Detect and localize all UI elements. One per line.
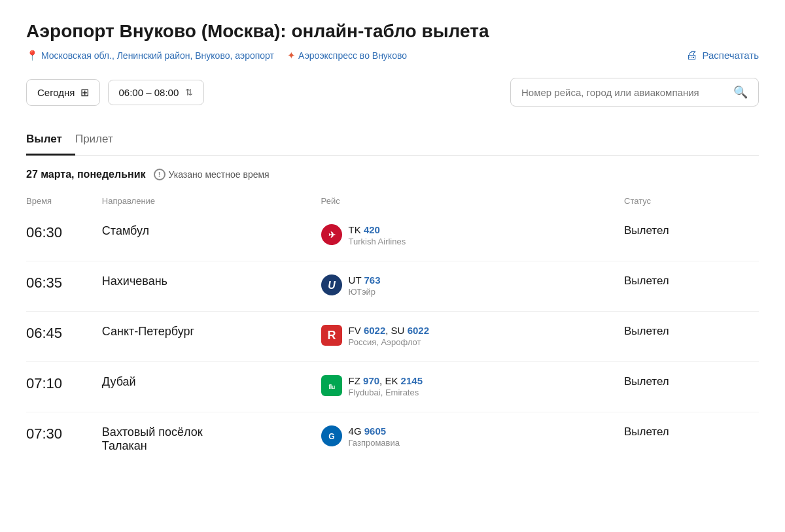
search-icon: 🔍	[733, 85, 748, 99]
location-text: Московская обл., Ленинский район, Внуков…	[41, 50, 274, 61]
svg-text:R: R	[327, 329, 336, 342]
col-header-destination: Направление	[102, 191, 321, 211]
col-header-status: Статус	[624, 191, 759, 211]
flight-info: G4G 9605Газпромавиа	[321, 412, 624, 467]
print-label: Распечатать	[702, 50, 759, 61]
pin-icon: 📍	[26, 50, 39, 61]
svg-text:flu: flu	[328, 384, 335, 390]
date-label: Сегодня	[37, 87, 75, 98]
date-button[interactable]: Сегодня ⊞	[26, 79, 100, 106]
flight-status: Вылетел	[624, 211, 759, 261]
page-title: Аэропорт Внуково (Москва): онлайн-табло …	[26, 21, 759, 42]
flight-info: RFV 6022, SU 6022Россия, Аэрофлот	[321, 312, 624, 362]
flight-destination: Дубай	[102, 362, 321, 412]
primary-flight-number: TK 420	[349, 224, 406, 235]
flight-link[interactable]: 970	[363, 375, 379, 386]
controls-row: Сегодня ⊞ 06:00 – 08:00 ⇅ 🔍	[26, 78, 759, 107]
airline-logo: ✈	[321, 224, 342, 248]
info-icon: !	[154, 169, 166, 180]
primary-flight-number: FZ 970, EK 2145	[349, 375, 423, 386]
flight-info: ✈TK 420Turkish Airlines	[321, 211, 624, 261]
flight-time: 06:45	[26, 312, 102, 362]
flight-link[interactable]: 763	[364, 274, 380, 286]
table-row: 06:30Стамбул✈TK 420Turkish AirlinesВылет…	[26, 211, 759, 261]
airline-name: Газпромавиа	[349, 438, 400, 448]
primary-flight-number: UT 763	[349, 274, 381, 286]
tab-arrival[interactable]: Прилет	[75, 125, 126, 156]
airline-name: ЮТэйр	[349, 287, 381, 297]
airline-name: Россия, Аэрофлот	[349, 337, 429, 347]
flight-destination: Нахичевань	[102, 261, 321, 312]
flight-link[interactable]: 420	[364, 224, 380, 235]
flight-destination: Вахтовый посёлокТалакан	[102, 412, 321, 467]
date-header: 27 марта, понедельник ! Указано местное …	[26, 169, 759, 180]
primary-flight-number: FV 6022, SU 6022	[349, 325, 429, 336]
flight-numbers: UT 763ЮТэйр	[349, 274, 381, 297]
codeshare-link[interactable]: 6022	[408, 325, 429, 336]
calendar-icon: ⊞	[80, 86, 89, 99]
flight-info: UUT 763ЮТэйр	[321, 261, 624, 312]
airline-name: Flydubai, Emirates	[349, 388, 423, 397]
flight-time: 06:35	[26, 261, 102, 312]
printer-icon: 🖨	[686, 48, 698, 62]
time-note-text: Указано местное время	[169, 169, 270, 180]
flight-link[interactable]: 6022	[364, 325, 385, 336]
table-row: 07:10ДубайfluFZ 970, EK 2145Flydubai, Em…	[26, 362, 759, 412]
col-header-time: Время	[26, 191, 102, 211]
flight-time: 07:30	[26, 412, 102, 467]
svg-text:U: U	[328, 280, 336, 291]
meta-row: 📍 Московская обл., Ленинский район, Внук…	[26, 48, 759, 62]
time-range-label: 06:00 – 08:00	[119, 87, 179, 98]
flight-numbers: TK 420Turkish Airlines	[349, 224, 406, 246]
flight-numbers: FZ 970, EK 2145Flydubai, Emirates	[349, 375, 423, 397]
flight-time: 07:10	[26, 362, 102, 412]
airline-name: Turkish Airlines	[349, 237, 406, 246]
flight-time: 06:30	[26, 211, 102, 261]
airline-logo: R	[321, 325, 342, 348]
time-note: ! Указано местное время	[154, 169, 270, 180]
tab-departure[interactable]: Вылет	[26, 125, 75, 156]
search-input[interactable]	[521, 87, 733, 98]
flight-destination: Санкт-Петербург	[102, 312, 321, 362]
aeroexpress-link[interactable]: ✦ Аэроэкспресс во Внуково	[287, 50, 407, 61]
airline-logo: flu	[321, 375, 342, 399]
chevron-icon: ⇅	[185, 87, 193, 97]
airline-logo: G	[321, 425, 342, 449]
time-range-selector[interactable]: 06:00 – 08:00 ⇅	[108, 80, 205, 105]
star-icon: ✦	[287, 50, 296, 61]
primary-flight-number: 4G 9605	[349, 425, 400, 437]
flight-link[interactable]: 9605	[364, 425, 386, 437]
svg-text:✈: ✈	[328, 230, 335, 240]
flight-status: Вылетел	[624, 261, 759, 312]
flight-status: Вылетел	[624, 412, 759, 467]
col-header-flight: Рейс	[321, 191, 624, 211]
tabs-row: Вылет Прилет	[26, 125, 759, 156]
flight-destination: Стамбул	[102, 211, 321, 261]
aeroexpress-text: Аэроэкспресс во Внуково	[298, 50, 407, 61]
flight-info: fluFZ 970, EK 2145Flydubai, Emirates	[321, 362, 624, 412]
svg-text:G: G	[328, 432, 334, 441]
flight-numbers: 4G 9605Газпромавиа	[349, 425, 400, 448]
flight-numbers: FV 6022, SU 6022Россия, Аэрофлот	[349, 325, 429, 347]
flights-table: Время Направление Рейс Статус 06:30Стамб…	[26, 191, 759, 466]
table-row: 06:35НахичеваньUUT 763ЮТэйрВылетел	[26, 261, 759, 312]
date-label: 27 марта, понедельник	[26, 169, 146, 180]
flight-status: Вылетел	[624, 312, 759, 362]
table-row: 07:30Вахтовый посёлокТалаканG4G 9605Газп…	[26, 412, 759, 467]
flight-status: Вылетел	[624, 362, 759, 412]
airline-logo: U	[321, 274, 342, 298]
codeshare-link[interactable]: 2145	[401, 375, 423, 386]
print-button[interactable]: 🖨 Распечатать	[686, 48, 759, 62]
location-link[interactable]: 📍 Московская обл., Ленинский район, Внук…	[26, 50, 274, 61]
table-row: 06:45Санкт-ПетербургRFV 6022, SU 6022Рос…	[26, 312, 759, 362]
search-box[interactable]: 🔍	[510, 78, 759, 107]
